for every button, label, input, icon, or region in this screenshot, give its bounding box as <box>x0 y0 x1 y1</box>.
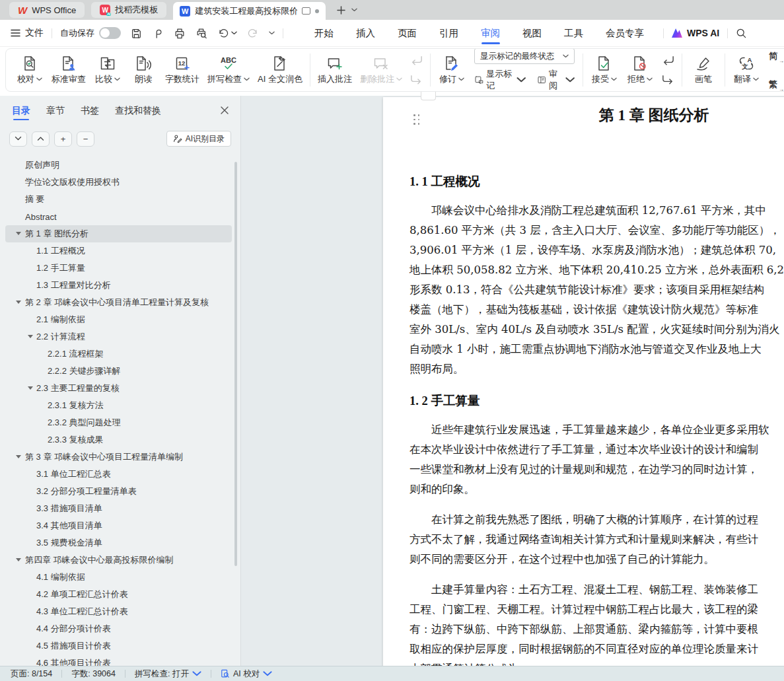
sidebar-tab-find-replace[interactable]: 查找和替换 <box>115 96 161 125</box>
collapse-arrow-icon[interactable] <box>16 558 21 561</box>
undo-button[interactable] <box>217 27 237 39</box>
print-preview-button[interactable] <box>196 27 207 39</box>
tab-document[interactable]: W 建筑安装工程最高投标限价编 <box>173 2 326 20</box>
toc-item[interactable]: 3.2 分部分项工程量清单表 <box>5 483 232 500</box>
toc-item[interactable]: 3.1 单位工程汇总表 <box>5 466 232 483</box>
reject-button[interactable]: 拒绝 <box>623 50 657 90</box>
toc-item[interactable]: 2.3 主要工程量的复核 <box>5 380 232 397</box>
toc-item[interactable]: 学位论文版权使用授权书 <box>5 174 232 191</box>
standard-review-button[interactable]: 标准审查 <box>48 50 89 90</box>
toc-item[interactable]: 3.5 规费税金清单 <box>5 534 232 552</box>
menu-tab-视图[interactable]: 视图 <box>522 20 542 46</box>
paragraph-drag-handle-icon[interactable] <box>413 114 420 125</box>
toc-item[interactable]: 4.1 编制依据 <box>5 569 232 586</box>
print-button[interactable] <box>174 27 186 39</box>
wps-ai-button[interactable]: WPS AI <box>672 28 719 38</box>
sidebar-tab-bookmarks[interactable]: 书签 <box>81 96 99 125</box>
toc-item[interactable]: 2.2.2 关键步骤详解 <box>5 363 232 380</box>
redo-button[interactable] <box>247 27 259 39</box>
ai-polish-button[interactable]: AI 全文润色 <box>254 50 306 90</box>
collapse-all-button[interactable] <box>32 131 50 147</box>
toc-item[interactable]: 2.2.1 流程框架 <box>5 345 232 363</box>
menu-tab-插入[interactable]: 插入 <box>356 20 375 46</box>
collapse-arrow-icon[interactable] <box>16 232 21 235</box>
export-pdf-button[interactable] <box>152 27 164 39</box>
toc-item[interactable]: 1.3 工程量对比分析 <box>5 277 232 294</box>
toc-item[interactable]: 3.3 措施项目清单 <box>5 500 232 517</box>
spellcheck-button[interactable]: ABC 拼写检查 <box>204 50 253 90</box>
file-menu-button[interactable]: 文件 <box>11 27 44 39</box>
accept-button[interactable]: 接受 <box>587 50 622 90</box>
save-button[interactable] <box>130 27 142 39</box>
read-aloud-button[interactable]: 朗读 <box>126 50 160 90</box>
collapse-arrow-icon[interactable] <box>28 335 33 338</box>
previous-comment-button[interactable] <box>410 54 423 67</box>
word-count-indicator[interactable]: 字数: 39064 <box>71 668 116 680</box>
to-simplified-button[interactable]: 繁 转简 <box>769 73 784 92</box>
insert-comment-button[interactable]: 插入批注 <box>314 50 355 90</box>
word-count-button[interactable]: 12 字数统计 <box>162 50 203 90</box>
collapse-arrow-icon[interactable] <box>16 455 21 458</box>
spellcheck-status[interactable]: 拼写检查: 打开 <box>135 668 201 680</box>
toc-item[interactable]: 2.3.3 复核成果 <box>5 431 232 448</box>
undo-chevron-icon[interactable] <box>231 31 237 35</box>
ai-proofread-button[interactable]: AI 校对 <box>221 668 272 680</box>
next-revision-button[interactable] <box>661 73 675 87</box>
menu-tab-会员专享[interactable]: 会员专享 <box>606 20 644 46</box>
toc-item[interactable]: 3.4 其他项目清单 <box>5 517 232 534</box>
toc-item[interactable]: Abstract <box>5 208 232 225</box>
toc-item[interactable]: 4.3 单位工程汇总计价表 <box>5 603 232 620</box>
tab-wps-office[interactable]: W WPS Office <box>9 2 85 18</box>
zoom-in-outline-button[interactable]: + <box>54 131 72 147</box>
collapse-arrow-icon[interactable] <box>28 386 33 390</box>
menu-tab-页面[interactable]: 页面 <box>398 20 417 46</box>
toc-item[interactable]: 1.1 工程概况 <box>5 242 232 260</box>
toc-item[interactable]: 4.6 其他项目计价表 <box>5 655 232 666</box>
toc-item[interactable]: 2.1 编制依据 <box>5 311 232 328</box>
new-tab-button[interactable] <box>336 5 346 15</box>
window-icon[interactable] <box>302 7 310 15</box>
tab-docer-templates[interactable]: WAI 找稻壳模板 <box>91 2 166 18</box>
toc-item[interactable]: 原创声明 <box>5 157 232 174</box>
menu-tab-审阅[interactable]: 审阅 <box>481 20 500 46</box>
toc-item[interactable]: 2.3.2 典型问题处理 <box>5 414 232 431</box>
page-indicator[interactable]: 页面: 8/154 <box>11 668 52 680</box>
zoom-out-outline-button[interactable]: − <box>77 131 94 147</box>
sidebar-tab-contents[interactable]: 目录 <box>12 96 30 125</box>
ink-brush-button[interactable]: 画笔 <box>686 50 721 90</box>
display-for-review-select[interactable]: 显示标记的最终状态 <box>474 48 575 64</box>
close-sidebar-icon[interactable] <box>219 105 230 116</box>
delete-comment-button[interactable]: 删除批注 <box>357 50 406 90</box>
track-changes-button[interactable]: 修订 <box>435 50 469 90</box>
menu-tab-开始[interactable]: 开始 <box>314 20 334 46</box>
ai-recognize-toc-button[interactable]: AI识别目录 <box>166 131 231 147</box>
expand-all-button[interactable] <box>9 131 27 147</box>
compare-button[interactable]: 比较 <box>90 50 125 90</box>
toc-item[interactable]: 第 3 章 邛崃会议中心项目工程量清单编制 <box>5 448 232 466</box>
toc-item[interactable]: 摘 要 <box>5 191 232 208</box>
translate-button[interactable]: 文A 翻译 <box>729 50 764 90</box>
next-comment-button[interactable] <box>410 73 423 87</box>
to-traditional-button[interactable]: 简 转繁 <box>769 48 784 68</box>
toc-item[interactable]: 4.4 分部分项计价表 <box>5 620 232 637</box>
toc-item[interactable]: 第四章 邛崃会议中心最高投标限价编制 <box>5 552 232 569</box>
document-page[interactable]: 第 1 章 图纸分析 1. 1 工程概况邛崃会议中心给排水及消防工程总建筑面积 … <box>383 97 784 666</box>
search-icon[interactable] <box>736 28 747 39</box>
previous-revision-button[interactable] <box>661 54 675 67</box>
toc-item[interactable]: 2.3.1 复核方法 <box>5 397 232 414</box>
toc-item[interactable]: 4.5 措施项目计价表 <box>5 637 232 655</box>
tab-list-chevron-icon[interactable] <box>351 8 357 12</box>
toc-item[interactable]: 1.2 手工算量 <box>5 260 232 277</box>
menu-tab-引用[interactable]: 引用 <box>439 20 458 46</box>
show-markup-button[interactable]: 显示标记 <box>474 68 526 92</box>
toc-item[interactable]: 2.2 计算流程 <box>5 328 232 345</box>
menu-tab-工具[interactable]: 工具 <box>564 20 583 46</box>
sidebar-scrollbar-thumb[interactable] <box>234 162 237 566</box>
sidebar-tab-chapters[interactable]: 章节 <box>46 96 65 125</box>
toc-item[interactable]: 第 2 章 邛崃会议中心项目清单工程量计算及复核 <box>5 294 232 311</box>
collapse-arrow-icon[interactable] <box>16 301 21 304</box>
toc-item[interactable]: 4.2 单项工程汇总计价表 <box>5 586 232 603</box>
autosave-toggle[interactable] <box>99 27 121 39</box>
proofread-button[interactable]: 校对 <box>13 50 47 90</box>
toc-item[interactable]: 第 1 章 图纸分析 <box>5 225 232 242</box>
